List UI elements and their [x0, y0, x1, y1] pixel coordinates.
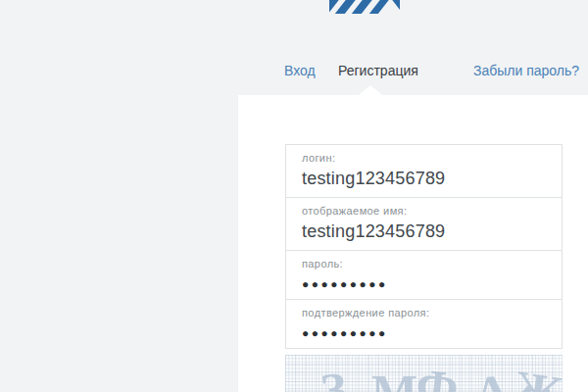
password-input[interactable]: пароль: ●●●●●●●●●: [285, 250, 563, 300]
password-label: пароль:: [302, 258, 546, 270]
login-input[interactable]: логин: testing123456789: [285, 144, 563, 198]
login-value[interactable]: testing123456789: [302, 169, 546, 189]
site-logo-wordmark: HYDRA: [402, 0, 535, 12]
logo-text: HYDRA: [402, 0, 534, 6]
display-name-input[interactable]: отображаемое имя: testing123456789: [285, 197, 563, 251]
password-confirm-input[interactable]: подтверждение пароля: ●●●●●●●●●: [285, 299, 563, 349]
tab-forgot-password[interactable]: Забыли пароль?: [473, 63, 579, 78]
password-confirm-label: подтверждение пароля:: [302, 307, 546, 318]
captcha-pattern: З М Ф А Ж: [285, 355, 563, 392]
display-name-label: отображаемое имя:: [302, 205, 546, 217]
login-label: логин:: [302, 152, 546, 164]
tab-registration[interactable]: Регистрация: [338, 63, 418, 78]
password-confirm-value[interactable]: ●●●●●●●●●: [302, 326, 546, 340]
site-logo-icon: [329, 0, 400, 15]
captcha-image[interactable]: З М Ф А Ж: [285, 355, 563, 392]
registration-form: логин: testing123456789 отображаемое имя…: [285, 145, 563, 349]
active-tab-caret: [359, 85, 382, 95]
display-name-value[interactable]: testing123456789: [302, 221, 546, 242]
password-value[interactable]: ●●●●●●●●●: [302, 277, 546, 291]
registration-page: HYDRA Вход Регистрация Забыли пароль? ло…: [0, 0, 588, 392]
tab-login[interactable]: Вход: [284, 63, 316, 78]
